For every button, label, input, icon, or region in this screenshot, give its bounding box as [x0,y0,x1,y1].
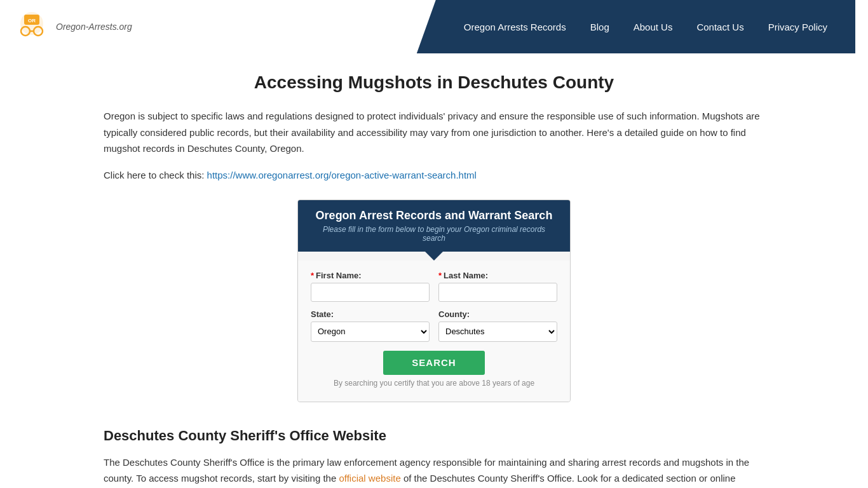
search-button[interactable]: SEARCH [383,351,485,375]
first-name-required: * [311,271,314,280]
click-link-line: Click here to check this: https://www.or… [104,170,764,180]
nav-blog[interactable]: Blog [581,17,618,37]
last-name-label: *Last Name: [438,271,557,280]
search-widget: Oregon Arrest Records and Warrant Search… [297,200,571,402]
state-group: State: Oregon [311,309,430,342]
section2-text: The Deschutes County Sheriff's Office is… [104,454,764,489]
section2-heading: Deschutes County Sheriff's Office Websit… [104,428,764,444]
county-group: County: Deschutes [438,309,557,342]
header: OR Oregon-Arrests.org Oregon Arrests Rec… [0,0,868,53]
widget-pointer [425,252,443,261]
search-disclaimer: By searching you certify that you are ab… [311,379,557,388]
last-name-required: * [438,271,442,280]
svg-text:OR: OR [28,18,36,24]
warrant-search-link[interactable]: https://www.oregonarrest.org/oregon-acti… [207,170,477,180]
nav-about-us[interactable]: About Us [625,17,682,37]
county-select[interactable]: Deschutes [438,322,557,342]
first-name-input[interactable] [311,283,430,302]
state-label: State: [311,309,430,319]
widget-header: Oregon Arrest Records and Warrant Search… [298,200,570,252]
state-select[interactable]: Oregon [311,322,430,342]
click-link-prefix: Click here to check this: [104,170,207,180]
logo-icon: OR [13,10,51,44]
nav-arrests-records[interactable]: Oregon Arrests Records [455,17,575,37]
first-name-label: *First Name: [311,271,430,280]
widget-subtitle: Please fill in the form below to begin y… [311,225,557,243]
widget-title: Oregon Arrest Records and Warrant Search [311,209,557,222]
main-content: Accessing Mugshots in Deschutes County O… [53,53,815,488]
official-website-link[interactable]: official website [339,473,400,484]
logo-link[interactable]: OR Oregon-Arrests.org [13,10,132,44]
first-name-group: *First Name: [311,271,430,302]
widget-body: *First Name: *Last Name: State: Oregon [298,261,570,402]
intro-paragraph: Oregon is subject to specific laws and r… [104,108,764,157]
logo-text: Oregon-Arrests.org [56,21,132,32]
name-row: *First Name: *Last Name: [311,271,557,302]
county-label: County: [438,309,557,319]
nav-privacy-policy[interactable]: Privacy Policy [759,17,836,37]
nav-contact-us[interactable]: Contact Us [688,17,752,37]
last-name-group: *Last Name: [438,271,557,302]
last-name-input[interactable] [438,283,557,302]
location-row: State: Oregon County: Deschutes [311,309,557,342]
main-nav: Oregon Arrests Records Blog About Us Con… [417,0,855,53]
page-title: Accessing Mugshots in Deschutes County [104,72,764,93]
